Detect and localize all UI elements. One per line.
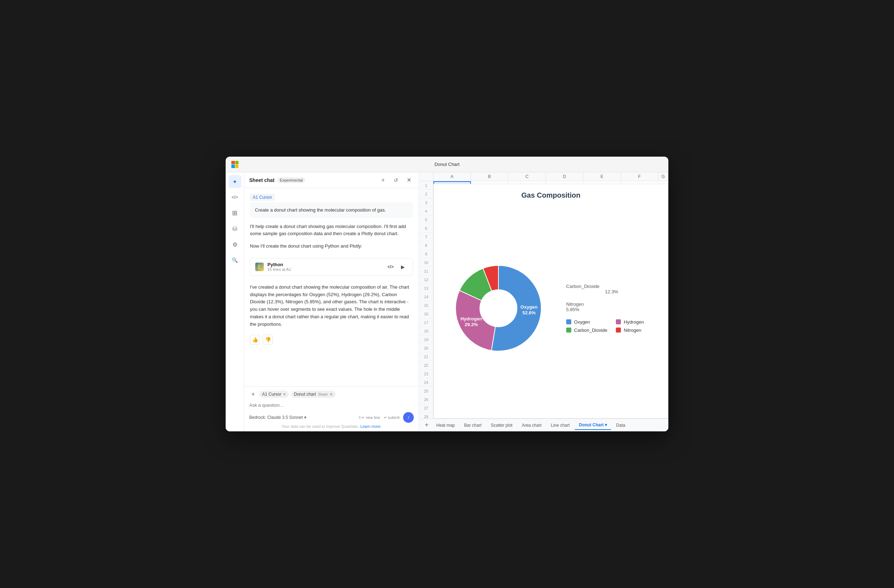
learn-more-link[interactable]: Learn more. (360, 424, 381, 428)
spreadsheet-area: A B C D E F G 1 CHART (419, 172, 668, 431)
code-block: 🐍 Python 15 lines at A1 </> ▶ (250, 258, 413, 276)
chat-input-area: + A1 Cursor ✕ Donut chart Sheet ✕ Bedroc… (244, 386, 419, 431)
chat-input[interactable] (249, 401, 414, 409)
submit-button[interactable]: ↑ (403, 412, 414, 423)
data-notice-text: Your data can be used to improve Quadrat… (281, 424, 359, 428)
nitrogen-external-label: Nitrogen 5.85% (566, 302, 657, 312)
sidebar-settings-icon[interactable]: ⚙ (228, 238, 242, 251)
svg-text:52.6%: 52.6% (523, 310, 536, 315)
legend-nitrogen: Nitrogen (616, 327, 657, 333)
col-header-d: D (546, 172, 583, 181)
svg-point-4 (480, 290, 517, 327)
legend-oxygen-label: Oxygen (574, 319, 590, 325)
add-context-button[interactable]: + (249, 390, 257, 398)
tag-cursor-label: A1 Cursor (262, 392, 281, 397)
python-icon: 🐍 (255, 262, 264, 271)
row-num-1: 1 (419, 181, 433, 190)
cursor-cell: A1 (253, 195, 258, 200)
legend-nitrogen-color (616, 327, 621, 333)
legend-nitrogen-label: Nitrogen (624, 327, 641, 333)
chat-tags: + A1 Cursor ✕ Donut chart Sheet ✕ (249, 390, 414, 398)
legend-hydrogen-label: Hydrogen (624, 319, 644, 325)
app-window: Donut Chart ✦ </> ⊞ ⛁ ⚙ 🔍 Sheet chat Exp… (226, 157, 668, 431)
code-block-info: Python 15 lines at A1 (267, 262, 382, 271)
history-button[interactable]: ↺ (391, 175, 401, 185)
code-block-actions: </> ▶ (386, 262, 408, 272)
tab-scatter-plot[interactable]: Scatter plot (487, 421, 517, 430)
titlebar: Donut Chart (226, 157, 668, 172)
svg-text:Hydrogen: Hydrogen (460, 316, 482, 321)
sidebar-database-icon[interactable]: ⛁ (228, 222, 242, 235)
ms-logo (231, 161, 239, 168)
sidebar-grid-icon[interactable]: ⊞ (228, 207, 242, 219)
model-chevron-icon: ▾ (304, 415, 307, 420)
ai-message-1: I'll help create a donut chart showing g… (250, 223, 413, 238)
chat-title: Sheet chat (249, 177, 275, 183)
ai-code-note: Now I'll create the donut chart using Py… (250, 243, 413, 250)
new-line-label: new line (365, 415, 380, 419)
sidebar-search-icon[interactable]: 🔍 (228, 254, 242, 267)
legend-co2: Carbon_Dioxide (566, 327, 607, 333)
close-chat-button[interactable]: ✕ (404, 175, 414, 185)
user-message: Create a donut chart showing the molecul… (250, 202, 413, 218)
chart-title: Gas Composition (521, 191, 580, 199)
donut-tab-arrow: ▾ (605, 422, 607, 427)
cursor-text: Cursor (259, 195, 272, 200)
code-lines: 15 lines at A1 (267, 267, 382, 271)
new-line-hint: ⇧↵ new line (358, 415, 380, 420)
submit-label: submit (388, 415, 400, 419)
tab-area-chart[interactable]: Area chart (517, 421, 545, 430)
legend-oxygen-color (566, 319, 571, 324)
remove-cursor-tag[interactable]: ✕ (283, 392, 286, 397)
experimental-badge: Experimental (278, 177, 305, 183)
ai-summary: I've created a donut chart showing the m… (250, 283, 413, 328)
chat-panel: Sheet chat Experimental + ↺ ✕ A1 Cursor … (244, 172, 419, 431)
thumbs-down-button[interactable]: 👎 (263, 335, 273, 345)
tab-heat-map[interactable]: Heat map (432, 421, 459, 430)
tag-sheet-label: Donut chart (294, 392, 316, 397)
enter-icon: ↵ (384, 415, 387, 420)
col-header-f: F (621, 172, 658, 181)
chart-area: Oxygen52.6%Hydrogen29.2% Oxygen52.6% Hyd… (441, 205, 661, 411)
sidebar: ✦ </> ⊞ ⛁ ⚙ 🔍 (226, 172, 244, 431)
row-num-header (419, 172, 433, 181)
legend-co2-label: Carbon_Dioxide (574, 327, 607, 333)
legend-hydrogen-color (616, 319, 621, 324)
view-code-button[interactable]: </> (386, 262, 396, 272)
co2-external-label: Carbon_Dioxide 12.3% (566, 283, 657, 294)
col-header-b: B (471, 172, 508, 181)
model-select[interactable]: Bedrock: Claude 3.5 Sonnet ▾ (249, 415, 307, 420)
tab-line-chart[interactable]: Line chart (547, 421, 574, 430)
tag-sheet-type: Sheet (318, 392, 328, 397)
remove-sheet-tag[interactable]: ✕ (329, 392, 333, 397)
sidebar-sparkle-icon[interactable]: ✦ (228, 175, 242, 188)
sidebar-code-icon[interactable]: </> (228, 191, 242, 204)
legend-oxygen: Oxygen (566, 319, 607, 325)
chat-tag-cursor: A1 Cursor ✕ (259, 391, 289, 398)
tab-data[interactable]: Data (612, 421, 630, 430)
chat-tag-sheet: Donut chart Sheet ✕ (291, 391, 335, 398)
cursor-context: A1 Cursor Create a donut chart showing t… (250, 194, 413, 218)
svg-text:Oxygen: Oxygen (521, 305, 538, 310)
chat-hints: ⇧↵ new line ↵ submit ↑ (358, 412, 414, 423)
col-header-e: E (583, 172, 621, 181)
chart-legend: Oxygen Hydrogen Carbon_Dioxide (566, 319, 657, 333)
model-label: Bedrock: Claude 3.5 Sonnet (249, 415, 303, 420)
sheet-grid: A B C D E F G 1 CHART (419, 172, 668, 419)
legend-co2-color (566, 327, 571, 333)
thumbs-up-button[interactable]: 👍 (250, 335, 260, 345)
window-title: Donut Chart (435, 161, 459, 167)
donut-tab-label: Donut Chart (579, 422, 603, 427)
tab-bar-chart[interactable]: Bar chart (460, 421, 486, 430)
donut-chart: Oxygen52.6%Hydrogen29.2% Oxygen52.6% Hyd… (445, 255, 552, 362)
legend-hydrogen: Hydrogen (616, 319, 657, 325)
submit-hint: ↵ submit (384, 415, 400, 420)
sheet-tabs: + Heat map Bar chart Scatter plot Area c… (419, 419, 668, 431)
tab-donut-chart[interactable]: Donut Chart ▾ (574, 421, 611, 430)
add-sheet-button[interactable]: + (422, 421, 431, 430)
col-header-c: C (508, 172, 546, 181)
data-notice: Your data can be used to improve Quadrat… (249, 423, 414, 429)
run-code-button[interactable]: ▶ (398, 262, 408, 272)
chart-right: Carbon_Dioxide 12.3% Nitrogen 5.85% (566, 283, 657, 333)
new-chat-button[interactable]: + (378, 175, 388, 185)
